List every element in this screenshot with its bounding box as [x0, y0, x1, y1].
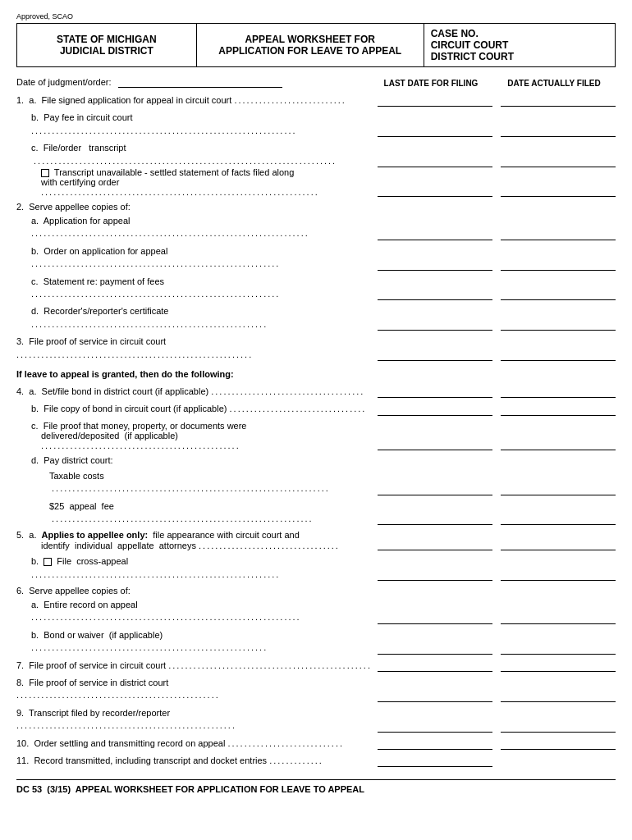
item-4c: c. File proof that money, property, or d… — [16, 421, 616, 450]
item-2d: d. Recorder's/reporter's certificate ...… — [16, 305, 616, 331]
item-8: 8. File proof of service in district cou… — [16, 677, 616, 702]
header-table: STATE OF MICHIGAN JUDICIAL DISTRICT APPE… — [16, 23, 616, 67]
item-6b: b. Bond or waiver (if applicable) ......… — [16, 629, 616, 655]
item-3: 3. File proof of service in circuit cour… — [16, 336, 616, 361]
item-7: 7. File proof of service in circuit cour… — [16, 660, 616, 672]
item-5b: b. File cross-appeal ...................… — [16, 555, 616, 581]
item-4d-label: d. Pay district court: — [16, 455, 616, 465]
item-10: 10. Order settling and transmitting reco… — [16, 737, 616, 750]
item-1c: c. File/order transcript ...............… — [16, 142, 616, 197]
footer-date: (3/15) — [47, 784, 71, 794]
approved-label: Approved, SCAO — [16, 12, 616, 21]
footer-title: APPEAL WORKSHEET FOR APPLICATION FOR LEA… — [76, 784, 364, 794]
footer: DC 53 (3/15) APPEAL WORKSHEET FOR APPLIC… — [16, 779, 616, 794]
header-right: CASE NO. CIRCUIT COURT DISTRICT COURT — [424, 24, 615, 67]
item-9: 9. Transcript filed by recorder/reporter… — [16, 707, 616, 733]
item-6a: a. Entire record on appeal .............… — [16, 599, 616, 624]
header-left: STATE OF MICHIGAN JUDICIAL DISTRICT — [17, 24, 197, 67]
col-header-actually-filed: DATE ACTUALLY FILED — [492, 79, 616, 88]
item-4b: b. File copy of bond in circuit court (i… — [16, 403, 616, 415]
transcript-checkbox[interactable] — [41, 169, 49, 177]
item-4a: 4. a. Set/file bond in district court (i… — [16, 386, 616, 398]
cross-appeal-checkbox[interactable] — [44, 558, 52, 566]
date-label: Date of judgment/order: — [16, 77, 112, 87]
item-11: 11. Record transmitted, including transc… — [16, 755, 616, 767]
item-2b: b. Order on application for appeal .....… — [16, 245, 616, 271]
bold-section-header: If leave to appeal is granted, then do t… — [16, 369, 616, 379]
footer-code: DC 53 — [16, 784, 42, 794]
item-4d-taxable: Taxable costs ..........................… — [16, 470, 616, 495]
item-2a: a. Application for appeal ..............… — [16, 215, 616, 240]
header-center: APPEAL WORKSHEET FOR APPLICATION FOR LEA… — [196, 24, 424, 67]
col-header-last-date: LAST DATE FOR FILING — [369, 79, 492, 88]
item-2-header: 2. Serve appellee copies of: — [16, 202, 616, 212]
item-1a: 1. a. File signed application for appeal… — [16, 94, 616, 107]
item-4d-fee: $25 appeal fee .........................… — [16, 500, 616, 526]
item-5a: 5. a. Applies to appellee only: file app… — [16, 530, 616, 550]
item-1b: b. Pay fee in circuit court ............… — [16, 112, 616, 137]
item-6-header: 6. Serve appellee copies of: — [16, 586, 616, 596]
item-2c: c. Statement re: payment of fees .......… — [16, 276, 616, 301]
